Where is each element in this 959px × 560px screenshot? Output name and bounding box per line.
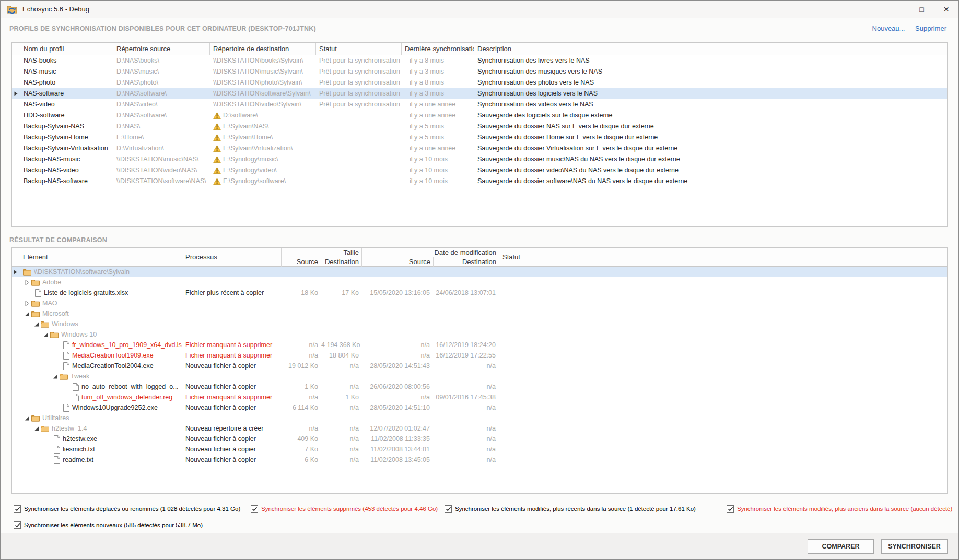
column-header-source[interactable]: Répertoire source <box>113 43 210 55</box>
date-source-cell: 11/02/2008 13:44:01 <box>362 444 434 455</box>
profile-row[interactable]: NAS-softwareD:\NAS\software\\\DISKSTATIO… <box>12 88 947 99</box>
status-cell: Prêt pour la synchronisation <box>316 77 402 88</box>
comparison-file-row[interactable]: Windows10Upgrade9252.exeNouveau fichier … <box>12 402 947 413</box>
comparison-file-row[interactable]: readme.txtNouveau fichier à copier6 Kon/… <box>12 455 947 465</box>
comparison-file-row[interactable]: no_auto_reboot_with_logged_o...Nouveau f… <box>12 382 947 392</box>
column-header-element[interactable]: Elément <box>20 248 182 267</box>
column-header-date-source[interactable]: Source <box>362 257 434 267</box>
column-group-date-modified: Date de modification <box>362 248 499 257</box>
profile-name-cell: HDD-software <box>20 110 113 121</box>
expander-closed-icon[interactable] <box>25 301 30 306</box>
profile-row[interactable]: Backup-Sylvain-HomeE:\Home\F:\Sylvain\Ho… <box>12 132 947 143</box>
comparison-folder-row[interactable]: \\DISKSTATION\software\Sylvain <box>12 267 947 277</box>
expander-open-icon[interactable] <box>43 332 49 338</box>
comparison-file-row[interactable]: h2testw.exeNouveau fichier à copier409 K… <box>12 434 947 444</box>
expander-open-icon[interactable] <box>34 426 40 432</box>
option-checkbox[interactable]: Synchroniser les éléments modifiés, plus… <box>445 505 696 513</box>
comparison-file-row[interactable]: MediaCreationTool2004.exeNouveau fichier… <box>12 361 947 371</box>
profile-row[interactable]: Backup-Sylvain-NASD:\NAS\F:\Sylvain\NAS\… <box>12 121 947 132</box>
date-destination-cell: n/a <box>434 423 499 434</box>
size-source-cell <box>282 329 321 340</box>
expander-open-icon[interactable] <box>34 321 40 327</box>
element-name: \\DISKSTATION\software\Sylvain <box>34 267 130 277</box>
option-checkbox[interactable]: Synchroniser les éléments déplacés ou re… <box>14 505 240 513</box>
profile-row[interactable]: NAS-photoD:\NAS\photo\\\DISKSTATION\phot… <box>12 77 947 88</box>
date-destination-cell: 24/06/2018 13:07:01 <box>434 288 499 298</box>
status-cell <box>499 361 552 371</box>
profile-row[interactable]: NAS-booksD:\NAS\books\\\DISKSTATION\book… <box>12 55 947 66</box>
option-checkbox[interactable]: Synchroniser les éléments nouveaux (585 … <box>14 521 203 529</box>
synchronize-button[interactable]: SYNCHRONISER <box>881 539 948 554</box>
profile-row[interactable]: NAS-videoD:\NAS\video\\\DISKSTATION\vide… <box>12 99 947 110</box>
size-source-cell: n/a <box>282 340 321 350</box>
comparison-file-row[interactable]: Liste de logiciels gratuits.xlsxFichier … <box>12 288 947 298</box>
close-button[interactable]: ✕ <box>934 1 958 18</box>
column-header-name[interactable]: Nom du profil <box>20 43 113 55</box>
column-header-status[interactable]: Statut <box>316 43 402 55</box>
column-header-date-destination[interactable]: Destination <box>434 257 499 267</box>
element-name: readme.txt <box>63 455 93 465</box>
row-indicator-cell <box>12 308 20 319</box>
comparison-folder-row[interactable]: Utilitaires <box>12 413 947 423</box>
comparison-folder-row[interactable]: MAO <box>12 298 947 308</box>
minimize-button[interactable]: — <box>885 1 909 18</box>
column-header-description[interactable]: Description <box>474 43 680 55</box>
profile-row[interactable]: Backup-NAS-video\\DISKSTATION\video\NAS\… <box>12 165 947 176</box>
profile-row[interactable]: Backup-Sylvain-VirtualisationD:\Virtuali… <box>12 143 947 154</box>
comparison-file-row[interactable]: fr_windows_10_pro_1909_x64_dvd.isoFichie… <box>12 340 947 350</box>
expander-open-icon[interactable] <box>25 311 30 317</box>
comparison-folder-row[interactable]: Windows <box>12 319 947 329</box>
comparison-folder-row[interactable]: Windows 10 <box>12 329 947 340</box>
column-header-process[interactable]: Processus <box>182 248 282 267</box>
row-indicator-cell <box>12 444 20 455</box>
profile-row[interactable]: Backup-NAS-software\\DISKSTATION\softwar… <box>12 176 947 187</box>
expander-open-icon[interactable] <box>25 415 30 421</box>
profile-row[interactable]: Backup-NAS-music\\DISKSTATION\music\NAS\… <box>12 154 947 165</box>
comparison-folder-row[interactable]: h2testw_1.4Nouveau répertoire à créern/a… <box>12 423 947 434</box>
folder-icon <box>23 268 31 276</box>
status-cell: Prêt pour la synchronisation <box>316 99 402 110</box>
option-checkbox[interactable]: Synchroniser les éléments modifiés, plus… <box>727 505 952 513</box>
comparison-folder-row[interactable]: Adobe <box>12 277 947 288</box>
expander-closed-icon[interactable] <box>25 280 30 285</box>
element-name: liesmich.txt <box>63 444 95 455</box>
comparison-file-row[interactable]: turn_off_windows_defender.regFichier man… <box>12 392 947 402</box>
checkbox-box[interactable] <box>14 505 21 513</box>
source-path-cell: \\DISKSTATION\software\NAS\ <box>113 176 210 187</box>
option-checkbox[interactable]: Synchroniser les éléments supprimés (453… <box>251 505 438 513</box>
column-header-last-sync[interactable]: Dernière synchronisation <box>402 43 474 55</box>
delete-profile-link[interactable]: Supprimer <box>915 25 946 32</box>
expander-open-icon[interactable] <box>53 374 59 379</box>
profile-name-cell: Backup-NAS-software <box>20 176 113 187</box>
comparison-folder-row[interactable]: Tweak <box>12 371 947 382</box>
comparison-folder-row[interactable]: Microsoft <box>12 308 947 319</box>
process-cell <box>182 319 282 329</box>
compare-button[interactable]: COMPARER <box>808 539 874 554</box>
description-cell: Synchronisation des photos vers le NAS <box>474 77 735 88</box>
column-header-size-source[interactable]: Source <box>282 257 321 267</box>
comparison-file-row[interactable]: liesmich.txtNouveau fichier à copier7 Ko… <box>12 444 947 455</box>
comparison-file-row[interactable]: MediaCreationTool1909.exeFichier manquan… <box>12 350 947 361</box>
file-icon <box>63 352 69 360</box>
column-header-destination[interactable]: Répertoire de destination <box>210 43 316 55</box>
profile-row[interactable]: NAS-musicD:\NAS\music\\\DISKSTATION\musi… <box>12 66 947 77</box>
folder-icon <box>31 310 40 317</box>
profile-row[interactable]: HDD-softwareD:\NAS\software\D:\software\… <box>12 110 947 121</box>
checkbox-box[interactable] <box>14 521 21 529</box>
size-source-cell <box>282 371 321 382</box>
element-cell: h2testw_1.4 <box>20 423 182 434</box>
size-destination-cell <box>321 298 362 308</box>
column-header-status[interactable]: Statut <box>499 248 552 267</box>
row-indicator-cell <box>12 66 20 77</box>
column-header-size-destination[interactable]: Destination <box>321 257 362 267</box>
status-cell <box>499 413 552 423</box>
checkbox-box[interactable] <box>445 505 452 513</box>
element-name: Microsoft <box>42 308 69 319</box>
maximize-button[interactable]: □ <box>909 1 934 18</box>
new-profile-link[interactable]: Nouveau... <box>872 25 905 32</box>
checkbox-box[interactable] <box>727 505 734 513</box>
checkbox-box[interactable] <box>251 505 258 513</box>
process-cell: Fichier plus récent à copier <box>182 288 282 298</box>
profile-actions: Nouveau... Supprimer <box>864 25 946 32</box>
indicator-column-header <box>12 43 20 55</box>
